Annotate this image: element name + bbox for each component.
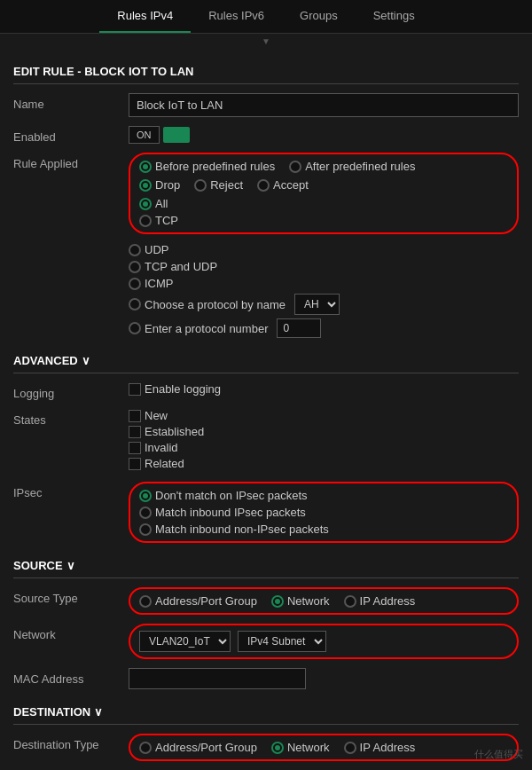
state-invalid[interactable]: Invalid	[129, 441, 519, 454]
state-related-checkbox[interactable]	[129, 458, 141, 470]
source-addr-group[interactable]: Address/Port Group	[139, 594, 257, 608]
radio-drop[interactable]: Drop	[139, 178, 180, 192]
proto-udp-circle	[129, 244, 141, 256]
toggle-switch[interactable]	[163, 127, 190, 143]
state-related[interactable]: Related	[129, 457, 519, 470]
mac-input[interactable]	[129, 668, 306, 689]
proto-all-label: All	[155, 197, 168, 210]
state-established[interactable]: Established	[129, 425, 519, 438]
radio-reject-circle	[194, 179, 207, 192]
name-input[interactable]	[129, 93, 519, 117]
rule-applied-control: Before predefined rules After predefined…	[129, 153, 519, 234]
tab-rules-ipv6[interactable]: Rules IPv6	[191, 0, 282, 33]
proto-by-name-circle	[129, 298, 141, 310]
proto-by-number-circle	[129, 322, 141, 334]
protocol-extra-label	[13, 243, 129, 248]
source-header[interactable]: SOURCE ∨	[13, 552, 519, 578]
enable-logging-checkbox[interactable]	[129, 383, 141, 396]
radio-after-circle	[289, 161, 301, 173]
state-new[interactable]: New	[129, 409, 519, 422]
source-ip-label: IP Address	[360, 594, 416, 608]
proto-tcpudp[interactable]: TCP and UDP	[129, 260, 519, 273]
rule-applied-group: Before predefined rules After predefined…	[139, 160, 508, 173]
radio-before-predefined[interactable]: Before predefined rules	[139, 160, 275, 173]
dest-type-group: Address/Port Group Network IP Address	[139, 741, 508, 754]
source-ip[interactable]: IP Address	[344, 594, 416, 608]
proto-tcp-circle	[139, 215, 152, 227]
advanced-header[interactable]: ADVANCED ∨	[13, 347, 519, 373]
proto-by-number[interactable]: Enter a protocol number	[129, 318, 519, 338]
proto-icmp-circle	[129, 278, 141, 290]
source-vlan-select[interactable]: VLAN20_IoT	[139, 631, 231, 652]
radio-reject[interactable]: Reject	[194, 178, 243, 192]
source-network-label: Network	[287, 594, 330, 608]
top-nav: Rules IPv4 Rules IPv6 Groups Settings	[0, 0, 532, 34]
radio-before-circle	[139, 161, 152, 173]
source-title: SOURCE	[13, 559, 63, 572]
state-established-checkbox[interactable]	[129, 426, 141, 438]
radio-drop-circle	[139, 179, 152, 192]
dest-title: DESTINATION	[13, 705, 90, 719]
radio-reject-label: Reject	[210, 178, 243, 192]
tab-groups[interactable]: Groups	[282, 0, 356, 33]
ipsec-no-match-circle	[139, 490, 152, 502]
name-control	[129, 93, 519, 117]
radio-drop-label: Drop	[155, 178, 180, 192]
radio-accept[interactable]: Accept	[257, 178, 309, 192]
enable-logging-item[interactable]: Enable logging	[129, 382, 519, 396]
dest-ip-label: IP Address	[360, 741, 416, 754]
ipsec-non-ipsec[interactable]: Match inbound non-IPsec packets	[139, 522, 508, 536]
proto-all[interactable]: All	[139, 197, 508, 210]
tab-settings[interactable]: Settings	[356, 0, 433, 33]
protocol-name-select[interactable]: AH	[294, 294, 340, 315]
logging-row: Logging Enable logging	[13, 382, 519, 400]
proto-udp-label: UDP	[145, 243, 168, 256]
ipsec-inbound-circle	[139, 507, 152, 519]
source-subnet-select[interactable]: IPv4 Subnet	[238, 631, 326, 652]
source-network-row: Network VLAN20_IoT IPv4 Subnet	[13, 624, 519, 659]
proto-tcp[interactable]: TCP	[139, 214, 508, 227]
proto-by-name[interactable]: Choose a protocol by name AH	[129, 294, 519, 315]
source-network[interactable]: Network	[271, 594, 330, 608]
radio-accept-label: Accept	[273, 178, 309, 192]
dest-header[interactable]: DESTINATION ∨	[13, 698, 519, 725]
state-new-checkbox[interactable]	[129, 410, 141, 422]
name-label: Name	[13, 93, 129, 111]
dest-type-highlight: Address/Port Group Network IP Address	[129, 734, 519, 761]
source-type-highlight: Address/Port Group Network IP Address	[129, 587, 519, 615]
nav-arrow: ▼	[0, 34, 532, 49]
proto-tcpudp-circle	[129, 261, 141, 273]
action-group: Drop Reject Accept	[139, 178, 309, 192]
radio-after-label: After predefined rules	[305, 160, 415, 173]
source-addr-circle	[139, 595, 152, 608]
edit-rule-title: EDIT RULE - BLOCK IOT TO LAN	[13, 58, 519, 84]
ipsec-no-match[interactable]: Don't match on IPsec packets	[139, 489, 508, 502]
source-network-highlight: VLAN20_IoT IPv4 Subnet	[129, 624, 519, 659]
logging-control: Enable logging	[129, 382, 519, 398]
ipsec-non-ipsec-label: Match inbound non-IPsec packets	[155, 522, 329, 536]
logging-label: Logging	[13, 382, 129, 400]
ipsec-highlight-box: Don't match on IPsec packets Match inbou…	[129, 482, 519, 543]
advanced-title: ADVANCED	[13, 354, 78, 367]
toggle-on-label[interactable]: ON	[129, 126, 160, 144]
proto-icmp[interactable]: ICMP	[129, 277, 519, 290]
proto-tcpudp-label: TCP and UDP	[145, 260, 217, 273]
protocol-number-input[interactable]	[277, 318, 321, 338]
ipsec-inbound[interactable]: Match inbound IPsec packets	[139, 506, 508, 519]
page-content: EDIT RULE - BLOCK IOT TO LAN Name Enable…	[0, 49, 532, 770]
source-type-control: Address/Port Group Network IP Address	[129, 587, 519, 615]
radio-accept-circle	[257, 179, 270, 192]
dest-ip[interactable]: IP Address	[344, 741, 416, 754]
dest-addr-group[interactable]: Address/Port Group	[139, 741, 257, 754]
radio-after-predefined[interactable]: After predefined rules	[289, 160, 415, 173]
radio-before-label: Before predefined rules	[155, 160, 275, 173]
toggle-wrap: ON	[129, 126, 519, 144]
dest-network[interactable]: Network	[271, 741, 330, 754]
state-invalid-checkbox[interactable]	[129, 442, 141, 454]
proto-udp[interactable]: UDP	[129, 243, 519, 256]
tab-rules-ipv4[interactable]: Rules IPv4	[99, 0, 191, 33]
source-type-group: Address/Port Group Network IP Address	[139, 594, 508, 608]
proto-by-name-label: Choose a protocol by name	[145, 298, 286, 311]
state-established-label: Established	[145, 425, 204, 438]
state-related-label: Related	[145, 457, 184, 470]
